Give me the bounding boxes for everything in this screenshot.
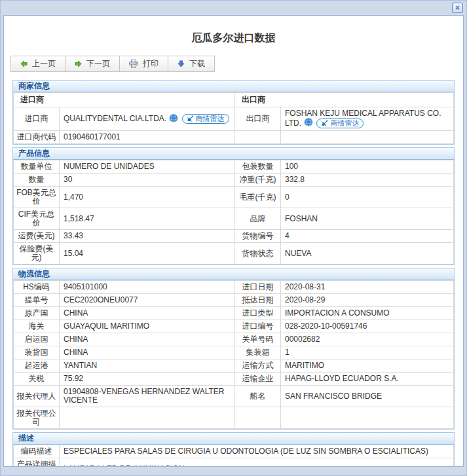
field-label: 原产国 [14,307,60,320]
globe-icon[interactable] [169,114,178,124]
table-row: 进口商代码 0190460177001 [14,131,454,144]
table-row: 编码描述ESPECIALES PARA SALAS DE CIRUGIA U O… [14,445,454,458]
field-value: CEC2020ONEU0077 [60,294,235,307]
print-label: 打印 [143,58,159,69]
field-label: 关单号码 [235,333,281,346]
section-merchant-header: 商家信息 [13,81,454,92]
field-value: 4 [281,230,454,243]
exporter-column-header: 出口商 [235,93,454,107]
field-value: FOSHAN [281,208,454,230]
field-value: ESPECIALES PARA SALAS DE CIRUGIA U ODONT… [60,445,454,458]
business-radar-badge[interactable]: 商情雷达 [182,114,229,124]
table-row: 报关代理人01904808-VENEGAS HERNANDEZ WALTER V… [14,386,454,407]
table-row: 装货国CHINA集装箱1 [14,346,454,359]
field-value: 028-2020-10-00591746 [281,320,454,333]
next-page-button[interactable]: 下一页 [65,56,120,71]
field-label: 装货国 [14,346,60,359]
table-row: CIF美元总价1,518.47品牌FOSHAN [14,208,454,230]
table-row: HS编码9405101000进口日期2020-08-31 [14,281,454,294]
print-button[interactable]: 打印 [120,56,168,71]
field-value: 75.92 [60,373,235,386]
field-label: 净重(千克) [235,174,281,187]
field-label: HS编码 [14,281,60,294]
field-value: HAPAG-LLOYD ECUADOR S.A. [281,373,454,386]
field-label: 集装箱 [235,346,281,359]
field-label: 运输方式 [235,359,281,373]
merchant-table: 进口商 出口商 进口商 QUALITYDENTAL CIA.LTDA. 商情雷达… [13,92,454,144]
field-value [281,131,454,144]
close-icon: × [455,3,460,12]
field-value: LAMPARA LED DE ILUMINACION [60,458,454,467]
field-value: 1 [281,346,454,359]
field-value: 1,470 [60,187,235,208]
table-row: 原产国CHINA进口类型IMPORTACION A CONSUMO [14,307,454,320]
field-value: SAN FRANCISCO BRIDGE [281,386,454,407]
field-label [235,131,281,144]
field-label: 进口编号 [235,320,281,333]
import-data-dialog: × 厄瓜多尔进口数据 上一页 下一页 [0,0,467,476]
section-logistics-header: 物流信息 [13,268,454,280]
radar-icon [187,115,194,122]
field-label: 进口类型 [235,307,281,320]
description-table: 编码描述ESPECIALES PARA SALAS DE CIRUGIA U O… [13,445,454,467]
download-button[interactable]: 下载 [168,56,214,71]
field-value: 15.04 [60,243,235,265]
table-row: FOB美元总价1,470毛重(千克)0 [14,187,454,208]
field-value: NUMERO DE UNIDADES [60,160,235,174]
table-row: 报关代理公司 [14,407,454,429]
table-row: 海关GUAYAQUIL MARITIMO进口编号028-2020-10-0059… [14,320,454,333]
table-row: 保险费(美元)15.04货物状态NUEVA [14,243,454,265]
table-row: 起运港YANTIAN运输方式MARITIMO [14,359,454,373]
business-radar-badge[interactable]: 商情雷达 [316,119,364,128]
table-row: 运费(美元)33.43货物编号4 [14,230,454,243]
logistics-table: HS编码9405101000进口日期2020-08-31提单号CEC2020ON… [13,280,454,429]
field-label: 报关代理人 [14,386,60,407]
prev-page-button[interactable]: 上一页 [11,56,65,71]
dialog-bottom-edge [1,467,466,475]
product-table: 数量单位NUMERO DE UNIDADES包装数量100数量30净重(千克)3… [13,160,454,265]
importer-column-header: 进口商 [14,93,235,107]
dialog-titlebar: × [1,1,466,15]
toolbar: 上一页 下一页 打印 下载 [10,56,215,72]
field-label: 品牌 [235,208,281,230]
field-label: 货物状态 [235,243,281,265]
section-product: 产品信息 数量单位NUMERO DE UNIDADES包装数量100数量30净重… [12,147,455,265]
field-label: 保险费(美元) [14,243,60,265]
table-row: 进口商 QUALITYDENTAL CIA.LTDA. 商情雷达 出口商 FOS… [14,107,454,131]
field-label: 包装数量 [235,160,281,174]
section-logistics: 物流信息 HS编码9405101000进口日期2020-08-31提单号CEC2… [12,268,455,430]
field-value: 33.43 [60,230,235,243]
prev-page-label: 上一页 [32,58,56,69]
field-value: 2020-08-31 [281,281,454,294]
field-label: 报关代理公司 [14,407,60,429]
globe-icon[interactable] [304,118,313,128]
field-value: 0 [281,187,454,208]
next-page-label: 下一页 [86,58,110,69]
field-label: CIF美元总价 [14,208,60,230]
field-label [235,407,281,429]
field-value [60,407,235,429]
exporter-value-cell: FOSHAN KEJU MEDICAL APPARATUS CO. LTD. 商… [281,107,454,131]
field-value [281,407,454,429]
close-button[interactable]: × [452,3,463,13]
field-value: 1,518.47 [60,208,235,230]
radar-badge-label: 商情雷达 [196,115,225,123]
field-value: YANTIAN [60,359,235,373]
field-label: 数量 [14,174,60,187]
field-label: 船名 [235,386,281,407]
table-row: 产品详细描述LAMPARA LED DE ILUMINACION [14,458,454,467]
field-label: 海关 [14,320,60,333]
field-value: GUAYAQUIL MARITIMO [60,320,235,333]
field-label: 进口日期 [235,281,281,294]
dialog-content-panel: 厄瓜多尔进口数据 上一页 下一页 打印 [3,15,464,467]
field-label: 启运国 [14,333,60,346]
table-row: 关税75.92运输企业HAPAG-LLOYD ECUADOR S.A. [14,373,454,386]
blue-arrow-down-icon [177,60,185,67]
field-value: 0190460177001 [60,131,235,144]
field-label: 起运港 [14,359,60,373]
field-label: 提单号 [14,294,60,307]
importer-value-cell: QUALITYDENTAL CIA.LTDA. 商情雷达 [60,107,235,131]
field-value: 9405101000 [60,281,235,294]
field-value: 332.8 [281,174,454,187]
section-merchant: 商家信息 进口商 出口商 进口商 QUALITYDENTAL CIA.LTDA.… [12,80,455,145]
